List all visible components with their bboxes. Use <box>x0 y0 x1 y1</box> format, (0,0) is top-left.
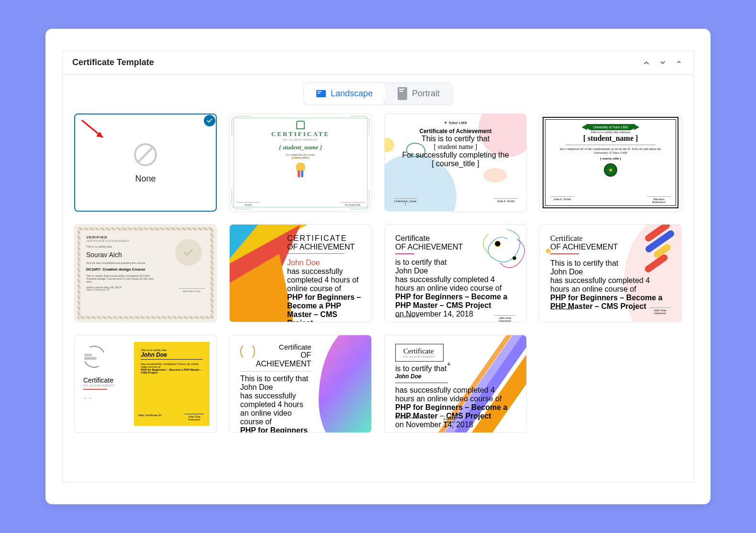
brand-label: ✦ Tutor LMS <box>385 121 526 125</box>
cert-certify: This is to certify that <box>240 374 311 383</box>
template-yellow-block[interactable]: 2020 AWARD Certificate OF ACHIEVEMENT ～～… <box>74 335 217 433</box>
wreath-icon: 2020 AWARD <box>80 343 109 371</box>
cert-course: [ course_title ] <box>292 156 310 159</box>
cert-name: Sourav Aich <box>86 251 205 259</box>
cert-completing: And he has completed and passing the cou… <box>86 261 205 264</box>
cert-certify: is to certify that <box>395 258 516 267</box>
cert-name: John Doe <box>287 259 365 267</box>
sig-date: DATE <box>236 202 260 206</box>
cert-sub: OF ACHIEVEMENT <box>255 351 311 368</box>
sig-right: Julie A. Smith <box>494 198 518 205</box>
cert-sub: OF ACHIEVEMENT <box>395 243 516 251</box>
selected-check-icon <box>202 113 217 128</box>
sig-signature: SIGNATURE <box>341 202 365 206</box>
cert-title: CERTIFICATE <box>287 234 365 243</box>
cert-sub: OF ACHIEVEMENT <box>283 138 319 142</box>
chevron-down-icon[interactable] <box>658 58 667 68</box>
none-icon <box>132 141 159 168</box>
panel-controls <box>642 58 684 68</box>
verified-label: VERIFIED <box>86 235 205 239</box>
sig-role: Instructor <box>188 418 200 421</box>
sig-right: Random Robertson <box>647 196 671 204</box>
tab-landscape[interactable]: Landscape <box>304 83 385 104</box>
window-frame: Certificate Template <box>45 29 711 504</box>
cert-line2: PHP for Beginners – Become a PHP Master … <box>395 293 516 310</box>
emblem-icon <box>296 121 305 129</box>
cert-sub: OF ACHIEVEMENT <box>403 355 435 358</box>
valid-id: Valid Certificate ID <box>86 288 110 293</box>
valid-id: Valid Certificate ID <box>138 414 161 421</box>
cert-course: [ course_title ] <box>385 159 526 168</box>
tab-landscape-label: Landscape <box>331 89 373 99</box>
valid-id: Valid Certificate ID <box>550 307 574 315</box>
template-pastel-blobs[interactable]: ✦ Tutor LMS Certificate of Achievement T… <box>384 113 527 212</box>
svg-rect-1 <box>317 91 321 92</box>
cert-title: Certificate <box>395 234 516 243</box>
cert-course: DC1057: Creative design Course <box>86 267 205 272</box>
orientation-tabs: Landscape Portrait <box>74 82 682 105</box>
cert-line1: has successfully completed 4 hours an on… <box>395 386 516 403</box>
svg-line-8 <box>138 147 153 162</box>
cert-sub: OF ACHIEVEMENT <box>550 243 671 251</box>
cert-sub: CERTIFICATE of ACHIEVEMENT <box>86 239 205 242</box>
cert-name: { student_name } <box>279 144 322 151</box>
collapse-up-icon[interactable] <box>674 58 684 68</box>
tab-portrait[interactable]: Portrait <box>385 83 452 104</box>
cert-name: John Doe <box>550 268 671 276</box>
cert-line2: PHP for Beginners – Become a PHP Master … <box>240 426 311 433</box>
cert-note: This is certify that successfully comple… <box>86 274 157 283</box>
tab-portrait-label: Portrait <box>412 89 440 99</box>
panel-header: Certificate Template <box>63 51 693 75</box>
svg-rect-5 <box>399 91 403 92</box>
cert-title: Certificate <box>403 347 435 355</box>
template-none-label: None <box>135 174 156 184</box>
template-classic-green[interactable]: CERTIFICATE OF ACHIEVEMENT { student_nam… <box>229 113 372 212</box>
cert-name: John Doe <box>395 373 516 380</box>
cert-line1: has successfully completed 4 hours an on… <box>141 363 203 368</box>
cert-sub: OF ACHIEVEMENT <box>287 243 365 251</box>
cert-line1: has successfully completed 4 hours of on… <box>287 267 365 293</box>
template-color-triangles[interactable]: CERTIFICATE OF ACHIEVEMENT John Doe has … <box>229 224 372 322</box>
portrait-icon <box>398 90 407 98</box>
template-diagonal-stripes[interactable]: Certificate OF ACHIEVEMENT + is to certi… <box>384 335 527 433</box>
cert-line1: has successfully completed 4 hours an on… <box>395 275 516 293</box>
cert-certify: This is to certify that <box>385 135 526 143</box>
template-paisley[interactable]: Certificate OF ACHIEVEMENT is to certify… <box>384 224 527 322</box>
medal-icon <box>295 162 306 172</box>
sig-left: [ Instructor_name ] <box>393 198 417 205</box>
cert-certify: This is to certify that <box>86 245 205 248</box>
cert-title: Certificate <box>550 234 671 243</box>
sig-left: Julie A. Smith <box>550 196 574 204</box>
wreath-icon <box>240 343 255 360</box>
cert-sub: OF ACHIEVEMENT <box>83 384 129 387</box>
cert-title: Certificate <box>83 376 129 384</box>
cert-line2: PHP for Beginners – Become a PHP Master … <box>287 293 365 322</box>
template-verified-beige[interactable]: VERIFIED CERTIFICATE of ACHIEVEMENT This… <box>74 224 217 322</box>
cert-title: CERTIFICATE <box>271 130 330 138</box>
cert-name: John Doe <box>395 267 516 275</box>
cert-line2: PHP for Beginners – Become a PHP Master … <box>141 368 203 374</box>
cert-certify: is to certify that <box>395 364 516 373</box>
sig-role: Instructor <box>654 312 666 315</box>
chevron-up-icon[interactable] <box>642 58 651 68</box>
cert-course: [ course_title ] <box>600 157 621 160</box>
certificate-template-panel: Certificate Template <box>62 50 694 483</box>
seal-icon: ★ <box>604 163 617 177</box>
zigzag-icon: ～～ <box>83 396 129 401</box>
cert-line1: has successfully completed 4 hours an on… <box>550 276 671 294</box>
template-gradient-wave[interactable]: Certificate OF ACHIEVEMENT This is to ce… <box>229 335 372 433</box>
landscape-icon <box>316 90 326 98</box>
cert-name: [ student name ] <box>385 143 526 151</box>
sig-role: Instructor <box>499 319 511 322</box>
template-bold-shapes[interactable]: Certificate OF ACHIEVEMENT This is to ce… <box>539 224 682 322</box>
cert-name: [ student_name ] <box>583 134 638 143</box>
cert-small: has completed all of the requirements as… <box>559 147 662 155</box>
sig-role: Instructor <box>444 420 456 423</box>
panel-title: Certificate Template <box>72 57 154 68</box>
cert-title: Certificate of Achievement <box>385 128 526 135</box>
template-grid: None CERTIFICATE OF ACHIEVEMENT { studen… <box>74 113 682 433</box>
template-university-ribbon[interactable]: University of Tutor LMS This is to certi… <box>539 113 682 212</box>
valid-id: Valid Certificate ID <box>395 416 419 423</box>
sig: Abraham Doe <box>178 288 205 293</box>
template-none[interactable]: None <box>74 113 217 212</box>
